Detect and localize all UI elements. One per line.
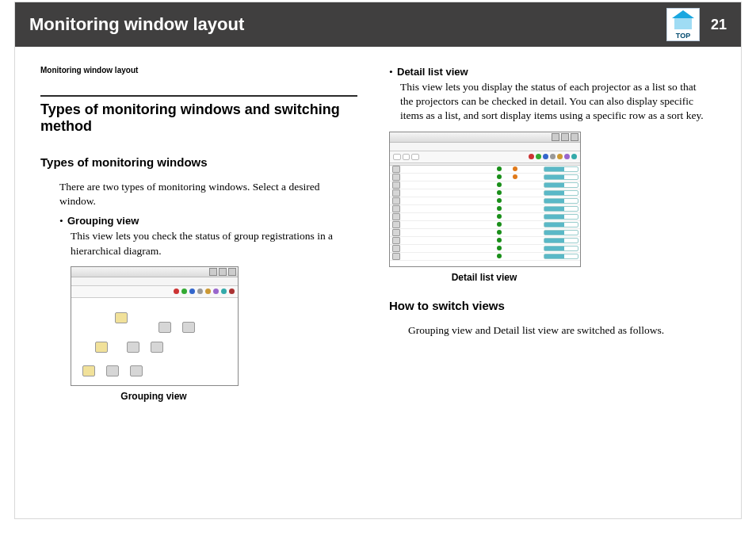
bullet-dot-icon: • [59,215,67,227]
window-titlebar [390,132,580,143]
toolbar-icon [543,154,548,159]
toolbar-icon [174,289,179,294]
window-close-icon [571,133,578,141]
home-top-icon[interactable]: TOP [666,8,700,41]
window-menubar [390,143,580,151]
toolbar-icon [571,154,577,159]
toolbar-chip [411,154,419,160]
table-row [390,197,580,205]
table-row [390,213,580,221]
window-menubar [71,277,238,286]
toolbar-chip [403,154,410,160]
toolbar-chip [393,154,401,160]
table-row [390,205,580,213]
page-frame: Monitoring window layout TOP 21 Monitori… [14,2,742,519]
toolbar-icon [529,154,534,159]
content-columns: Monitoring window layout Types of monito… [15,47,741,407]
page-header: Monitoring window layout TOP 21 [15,2,741,47]
figure-grouping-caption: Grouping view [71,391,237,402]
bullet-grouping: •Grouping view [59,215,357,227]
sub-heading-switch: How to switch views [389,299,706,312]
bullet-detail-desc: This view lets you display the status of… [400,80,706,124]
table-row [390,221,580,229]
toolbar-icon [550,154,556,159]
window-max-icon [219,268,227,276]
toolbar-icon [221,289,227,294]
table-row [390,253,580,261]
page-title: Monitoring window layout [29,14,244,35]
table-row [390,229,580,237]
group-node [115,312,128,323]
toolbar-icon [564,154,570,159]
switch-text: Grouping view and Detail list view are s… [408,323,706,338]
toolbar-icon [181,289,187,294]
table-row [390,166,580,174]
home-wall-icon [674,18,692,29]
projector-node [127,342,139,353]
bullet-dot-icon: • [389,66,397,78]
bullet-detail-label: Detail list view [397,66,468,78]
figure-grouping: Grouping view [71,266,357,402]
table-row [390,189,580,197]
detail-window-mock [389,132,581,267]
group-node [95,342,108,353]
window-titlebar [71,267,238,277]
projector-node [158,322,171,333]
sub-heading-types: Types of monitoring windows [40,155,357,169]
page-number: 21 [711,17,727,33]
toolbar-icon [557,154,563,159]
grouping-body [71,298,238,385]
detail-list [390,163,580,266]
home-icon-label: TOP [676,32,690,40]
toolbar-icon [536,154,541,159]
section-heading: Types of monitoring windows and switchin… [40,101,357,135]
figure-detail: Detail list view [389,132,706,283]
section-divider [40,95,357,97]
left-column: Monitoring window layout Types of monito… [40,66,357,407]
toolbar-icon [197,289,203,294]
group-node [82,365,95,376]
home-roof-icon [672,10,694,18]
toolbar-icon [205,289,211,294]
detail-toolbar [390,151,580,163]
right-column: •Detail list view This view lets you dis… [389,66,706,407]
table-row [390,174,580,182]
header-right: TOP 21 [666,8,727,41]
projector-node [182,322,195,333]
toolbar-icon [229,289,235,294]
bullet-grouping-desc: This view lets you check the status of g… [71,229,357,258]
window-max-icon [561,133,569,141]
projector-node [106,365,119,376]
table-row [390,237,580,245]
projector-node [151,342,163,353]
breadcrumb: Monitoring window layout [40,66,357,75]
window-min-icon [552,133,559,141]
window-toolbar [71,286,238,298]
table-row [390,245,580,253]
toolbar-icon [189,289,195,294]
projector-node [130,365,143,376]
figure-detail-caption: Detail list view [389,272,579,283]
grouping-window-mock [71,266,239,386]
bullet-grouping-label: Grouping view [67,215,139,227]
window-min-icon [209,268,217,276]
toolbar-icon [213,289,219,294]
window-close-icon [228,268,236,276]
table-row [390,182,580,189]
intro-text: There are two types of monitoring window… [59,180,357,208]
bullet-detail: •Detail list view [389,66,706,78]
